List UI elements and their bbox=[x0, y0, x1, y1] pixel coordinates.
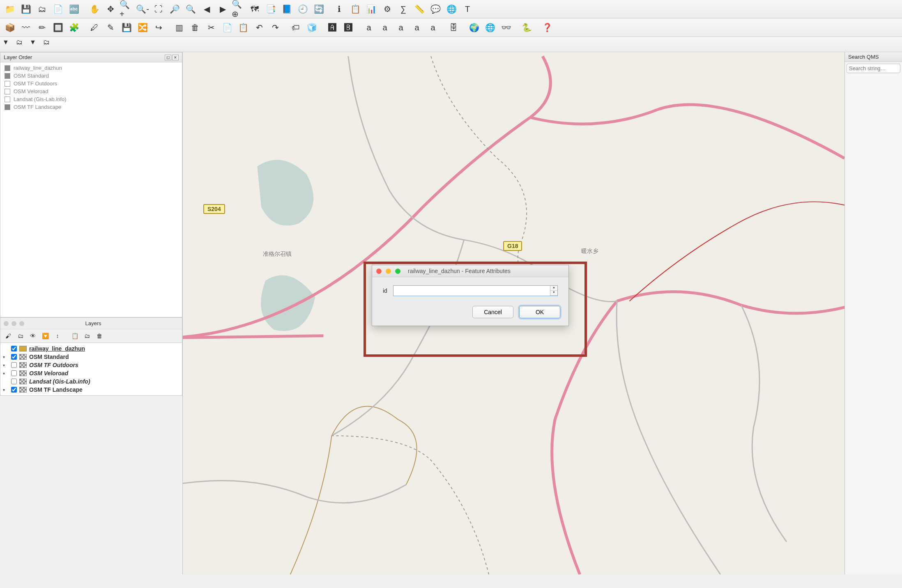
layer-tree-row[interactable]: ▾OSM Veloroad bbox=[0, 369, 182, 377]
toolbar2-btn-14[interactable]: ✂ bbox=[204, 20, 219, 35]
toolbar1-btn-22[interactable]: ℹ bbox=[332, 2, 347, 16]
toolbar2-btn-3[interactable]: 🔲 bbox=[51, 20, 65, 35]
toolbar1-btn-20[interactable]: 🔄 bbox=[311, 2, 326, 16]
toolbar2-btn-7[interactable]: ✎ bbox=[103, 20, 118, 35]
layers-toolbar-btn-0[interactable]: 🖌 bbox=[3, 331, 14, 341]
toolbar1-btn-23[interactable]: 📋 bbox=[348, 2, 363, 16]
toolbar2-btn-15[interactable]: 📄 bbox=[220, 20, 235, 35]
layer-visibility-icon[interactable] bbox=[5, 81, 10, 87]
layers-toolbar-btn-7[interactable]: 🗂 bbox=[82, 331, 92, 341]
toolbar1-btn-17[interactable]: 📑 bbox=[263, 2, 278, 16]
toolbar1-btn-28[interactable]: 💬 bbox=[428, 2, 443, 16]
toolbar1-btn-1[interactable]: 💾 bbox=[18, 2, 33, 16]
toolbar2-btn-34[interactable]: 🌍 bbox=[467, 20, 481, 35]
toolbar1-btn-16[interactable]: 🗺 bbox=[247, 2, 262, 16]
toolbar1-btn-13[interactable]: ◀ bbox=[199, 2, 214, 16]
layers-toolbar-btn-6[interactable]: 📋 bbox=[69, 331, 80, 341]
toolbar3-btn-0[interactable]: ▼ bbox=[2, 39, 15, 50]
toolbar1-btn-24[interactable]: 📊 bbox=[364, 2, 379, 16]
toolbar1-btn-9[interactable]: 🔍- bbox=[135, 2, 150, 16]
toolbar2-btn-2[interactable]: ✏ bbox=[35, 20, 49, 35]
toolbar1-btn-3[interactable]: 📄 bbox=[51, 2, 65, 16]
toolbar2-btn-35[interactable]: 🌐 bbox=[483, 20, 497, 35]
layer-visibility-icon[interactable] bbox=[5, 89, 10, 94]
toolbar1-btn-0[interactable]: 📁 bbox=[2, 2, 17, 16]
layer-order-item[interactable]: OSM Veloroad bbox=[0, 87, 182, 95]
toolbar1-btn-30[interactable]: T bbox=[460, 2, 475, 16]
toolbar3-btn-1[interactable]: 🗂 bbox=[16, 39, 28, 50]
toolbar1-btn-25[interactable]: ⚙ bbox=[380, 2, 395, 16]
layer-order-item[interactable]: OSM Standard bbox=[0, 72, 182, 80]
panel-detach-icon[interactable]: ◱ bbox=[165, 55, 171, 60]
layer-order-item[interactable]: OSM TF Landscape bbox=[0, 103, 182, 111]
toolbar3-btn-3[interactable]: 🗂 bbox=[43, 39, 55, 50]
layers-toolbar-btn-3[interactable]: 🔽 bbox=[40, 331, 51, 341]
dialog-titlebar[interactable]: railway_line_dazhun - Feature Attributes bbox=[372, 265, 568, 277]
toolbar2-btn-21[interactable]: 🧊 bbox=[304, 20, 319, 35]
layer-tree-row[interactable]: railway_line_dazhun bbox=[0, 345, 182, 353]
toolbar1-btn-15[interactable]: 🔍⊕ bbox=[231, 2, 246, 16]
layer-visibility-checkbox[interactable] bbox=[11, 354, 17, 360]
toolbar1-btn-8[interactable]: 🔍+ bbox=[119, 2, 134, 16]
map-canvas[interactable]: S204 G18 准格尔召镇 暖水乡 railway_line_dazhun -… bbox=[183, 52, 844, 574]
layers-toolbar-btn-2[interactable]: 👁 bbox=[28, 331, 38, 341]
toolbar2-btn-36[interactable]: 👓 bbox=[499, 20, 513, 35]
toolbar2-btn-40[interactable]: ❓ bbox=[540, 20, 555, 35]
toolbar2-btn-32[interactable]: 🗄 bbox=[446, 20, 461, 35]
layers-toolbar-btn-4[interactable]: ↕ bbox=[52, 331, 63, 341]
cancel-button[interactable]: Cancel bbox=[472, 306, 513, 318]
layer-visibility-icon[interactable] bbox=[5, 104, 10, 110]
toolbar2-btn-26[interactable]: a bbox=[361, 20, 376, 35]
toolbar1-btn-12[interactable]: 🔍 bbox=[183, 2, 198, 16]
toolbar1-btn-19[interactable]: 🕘 bbox=[295, 2, 310, 16]
expand-caret-icon[interactable]: ▾ bbox=[3, 363, 9, 368]
toolbar1-btn-2[interactable]: 🗂 bbox=[35, 2, 49, 16]
ok-button[interactable]: OK bbox=[519, 306, 560, 318]
layer-visibility-icon[interactable] bbox=[5, 96, 10, 102]
layer-visibility-checkbox[interactable] bbox=[11, 346, 17, 351]
spin-up-icon[interactable]: ▲ bbox=[550, 286, 557, 291]
toolbar1-btn-26[interactable]: ∑ bbox=[396, 2, 411, 16]
toolbar1-btn-6[interactable]: ✋ bbox=[87, 2, 102, 16]
toolbar1-btn-11[interactable]: 🔎 bbox=[167, 2, 182, 16]
search-qms-input[interactable] bbox=[847, 64, 900, 73]
toolbar2-btn-28[interactable]: a bbox=[393, 20, 408, 35]
toolbar2-btn-16[interactable]: 📋 bbox=[236, 20, 251, 35]
toolbar2-btn-23[interactable]: 🅰 bbox=[325, 20, 340, 35]
layer-visibility-checkbox[interactable] bbox=[11, 370, 17, 376]
layers-toolbar-btn-8[interactable]: 🗑 bbox=[94, 331, 105, 341]
toolbar2-btn-10[interactable]: ↪ bbox=[151, 20, 166, 35]
layer-visibility-checkbox[interactable] bbox=[11, 387, 17, 393]
toolbar2-btn-24[interactable]: 🅱 bbox=[341, 20, 356, 35]
toolbar2-btn-29[interactable]: a bbox=[410, 20, 424, 35]
layer-order-item[interactable]: OSM TF Outdoors bbox=[0, 80, 182, 87]
toolbar3-btn-2[interactable]: ▼ bbox=[30, 39, 42, 50]
layer-tree-row[interactable]: ▾OSM Standard bbox=[0, 353, 182, 361]
toolbar2-btn-17[interactable]: ↶ bbox=[252, 20, 267, 35]
layer-tree-row[interactable]: Landsat (Gis-Lab.info) bbox=[0, 377, 182, 386]
toolbar1-btn-27[interactable]: 📏 bbox=[412, 2, 427, 16]
toolbar2-btn-8[interactable]: 💾 bbox=[119, 20, 134, 35]
toolbar1-btn-14[interactable]: ▶ bbox=[215, 2, 230, 16]
layer-tree-row[interactable]: ▾OSM TF Landscape bbox=[0, 386, 182, 394]
toolbar2-btn-12[interactable]: ▥ bbox=[172, 20, 186, 35]
toolbar2-btn-1[interactable]: 〰 bbox=[18, 20, 33, 35]
close-icon[interactable] bbox=[376, 269, 382, 274]
toolbar2-btn-4[interactable]: 🧩 bbox=[67, 20, 81, 35]
layer-visibility-checkbox[interactable] bbox=[11, 379, 17, 384]
toolbar1-btn-18[interactable]: 📘 bbox=[279, 2, 294, 16]
layer-visibility-icon[interactable] bbox=[5, 73, 10, 79]
toolbar2-btn-18[interactable]: ↷ bbox=[268, 20, 283, 35]
panel-close-icon[interactable]: ✕ bbox=[172, 55, 179, 60]
expand-caret-icon[interactable]: ▾ bbox=[3, 355, 9, 359]
maximize-icon[interactable] bbox=[395, 269, 400, 274]
layer-visibility-checkbox[interactable] bbox=[11, 362, 17, 368]
expand-caret-icon[interactable]: ▾ bbox=[3, 388, 9, 392]
dot-icon[interactable] bbox=[4, 321, 9, 326]
toolbar1-btn-4[interactable]: 🔤 bbox=[67, 2, 81, 16]
layers-toolbar-btn-1[interactable]: 🗂 bbox=[15, 331, 26, 341]
minimize-icon[interactable] bbox=[386, 269, 391, 274]
toolbar1-btn-10[interactable]: ⛶ bbox=[151, 2, 166, 16]
toolbar2-btn-38[interactable]: 🐍 bbox=[519, 20, 534, 35]
toolbar2-btn-30[interactable]: a bbox=[426, 20, 440, 35]
